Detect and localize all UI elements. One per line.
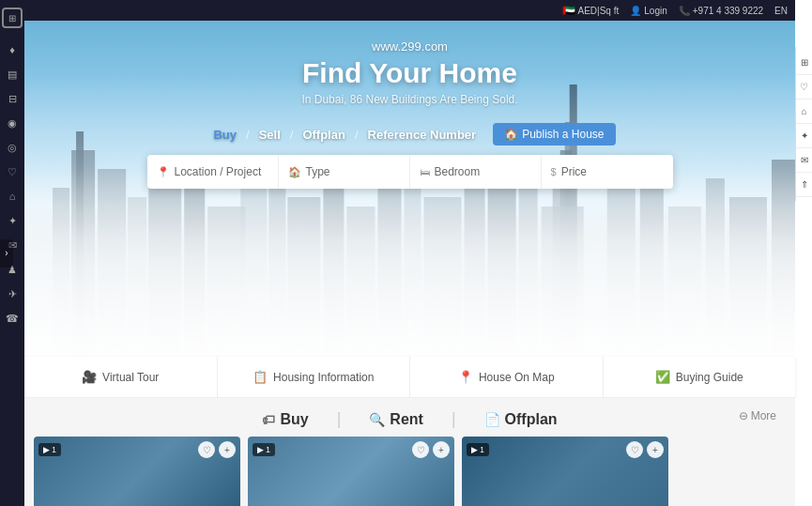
add-button[interactable]: + <box>647 441 664 458</box>
tab-offplan[interactable]: 📄 Offplan <box>484 411 558 428</box>
publish-label: Publish a House <box>522 128 604 141</box>
bedroom-icon: 🛏 <box>420 166 430 177</box>
sidebar-right-icon-home[interactable]: ⌂ <box>796 100 813 124</box>
map-icon: 📍 <box>458 370 473 384</box>
add-button[interactable]: + <box>433 441 450 458</box>
tab-buy[interactable]: 🏷 Buy <box>262 411 308 428</box>
video-count: 1 <box>480 445 484 454</box>
card-actions: ♡ + <box>198 441 236 458</box>
sidebar-icon-location[interactable]: ◎ <box>5 140 20 155</box>
sidebar-right-icon-grid[interactable]: ⊞ <box>796 51 813 75</box>
house-on-map-nav[interactable]: 📍 House On Map <box>410 357 604 397</box>
top-bar: 🇦🇪 AED|Sq ft 👤 Login 📞 +971 4 339 9222 E… <box>24 0 795 21</box>
hero-url: www.299.com <box>372 39 448 54</box>
nav-sell[interactable]: Sell <box>250 124 290 146</box>
nav-reference[interactable]: Reference Number <box>359 124 486 146</box>
buying-guide-nav[interactable]: ✅ Buying Guide <box>604 357 796 397</box>
nav-offplan[interactable]: Offplan <box>293 124 355 146</box>
sidebar-right-icon-heart[interactable]: ♡ <box>796 75 813 100</box>
rent-tab-label: Rent <box>390 411 423 428</box>
more-link[interactable]: ⊖ More <box>739 409 776 422</box>
more-icon: ⊖ <box>739 409 748 422</box>
flag-icon: 🇦🇪 <box>562 5 575 17</box>
video-count: 1 <box>52 445 56 454</box>
card-actions: ♡ + <box>626 441 664 458</box>
left-panel-toggle[interactable]: › <box>0 239 13 268</box>
buy-tab-label: Buy <box>280 411 308 428</box>
rent-tab-icon: 🔍 <box>369 412 385 427</box>
sidebar-right: ⊞ ♡ ⌂ ✦ ✉ ⇑ <box>795 47 812 201</box>
video-badge: ▶ 1 <box>38 443 61 456</box>
sidebar-icon-grid[interactable]: ▤ <box>5 67 20 82</box>
more-label: More <box>751 409 776 422</box>
price-icon: $ <box>551 166 557 177</box>
video-icon: ▶ <box>257 445 264 454</box>
buying-guide-label: Buying Guide <box>676 371 743 384</box>
video-badge: ▶ 1 <box>253 443 275 456</box>
sidebar-icon-phone[interactable]: ☎ <box>5 311 20 326</box>
tab-separator-2: | <box>452 409 456 429</box>
phone-number[interactable]: 📞 +971 4 339 9222 <box>679 6 763 16</box>
phone-label: +971 4 339 9222 <box>693 6 763 16</box>
nav-buy[interactable]: Buy <box>204 124 246 146</box>
sidebar-right-icon-users[interactable]: ✦ <box>796 124 813 148</box>
hero-title: Find Your Home <box>302 57 517 89</box>
phone-icon: 📞 <box>679 6 690 16</box>
property-tabs: 🏷 Buy | 🔍 Rent | 📄 Offplan <box>24 398 795 437</box>
tab-separator-1: | <box>337 409 342 429</box>
hero-subtitle: In Dubai, 86 New Buildings Are Being Sol… <box>301 93 517 106</box>
sidebar-icon-layers[interactable]: ♦ <box>5 42 20 57</box>
virtual-tour-icon: 🎥 <box>82 370 97 384</box>
housing-info-nav[interactable]: 📋 Housing Information <box>218 357 411 397</box>
sidebar-icon-map[interactable]: ✈ <box>5 286 20 301</box>
user-icon: 👤 <box>630 6 641 16</box>
type-placeholder: Type <box>306 165 330 178</box>
publish-house-button[interactable]: 🏠 Publish a House <box>493 123 615 146</box>
buy-tab-icon: 🏷 <box>262 412 275 427</box>
currency-label: AED|Sq ft <box>578 6 620 16</box>
housing-info-icon: 📋 <box>253 370 268 384</box>
property-section: 🏷 Buy | 🔍 Rent | 📄 Offplan ⊖ More <box>24 398 795 506</box>
property-card: ▶ 1 ♡ + <box>34 437 240 506</box>
property-cards: ▶ 1 ♡ + ▶ 1 ♡ + <box>24 437 795 506</box>
virtual-tour-label: Virtual Tour <box>102 371 159 384</box>
video-count: 1 <box>266 445 270 454</box>
house-on-map-label: House On Map <box>479 371 555 384</box>
hero-section: www.299.com Find Your Home In Dubai, 86 … <box>24 21 795 357</box>
search-bar: 📍 Location / Project 🏠 Type 🛏 Bedroom $ … <box>147 155 673 189</box>
tab-rent[interactable]: 🔍 Rent <box>369 411 423 428</box>
card-top-bar: ▶ 1 ♡ + <box>467 441 664 458</box>
sidebar-icon-heart[interactable]: ♡ <box>5 164 20 179</box>
type-icon: 🏠 <box>288 166 301 178</box>
currency-selector[interactable]: 🇦🇪 AED|Sq ft <box>562 5 620 17</box>
offplan-tab-icon: 📄 <box>484 412 500 427</box>
favorite-button[interactable]: ♡ <box>412 441 429 458</box>
price-field[interactable]: $ Price <box>542 155 673 189</box>
housing-info-label: Housing Information <box>273 371 374 384</box>
type-field[interactable]: 🏠 Type <box>279 155 410 189</box>
favorite-button[interactable]: ♡ <box>198 441 215 458</box>
video-icon: ▶ <box>43 445 50 454</box>
virtual-tour-nav[interactable]: 🎥 Virtual Tour <box>24 357 218 397</box>
bottom-nav: 🎥 Virtual Tour 📋 Housing Information 📍 H… <box>24 357 795 398</box>
add-button[interactable]: + <box>219 441 236 458</box>
sidebar-icon-chart[interactable]: ◉ <box>5 115 20 130</box>
sidebar-right-icon-up[interactable]: ⇑ <box>796 173 813 197</box>
sidebar-icon-home[interactable]: ⌂ <box>5 189 20 204</box>
sidebar-icon-star[interactable]: ✦ <box>5 213 20 228</box>
logo[interactable]: ⊞ <box>2 8 23 28</box>
bedroom-field[interactable]: 🛏 Bedroom <box>410 155 542 189</box>
scroll-down-icon[interactable]: ∨ ∨ <box>406 316 415 343</box>
sidebar-icon-list[interactable]: ⊟ <box>5 91 20 106</box>
card-top-bar: ▶ 1 ♡ + <box>253 441 450 458</box>
sidebar-right-icon-chat[interactable]: ✉ <box>796 148 813 173</box>
language-selector[interactable]: EN <box>774 6 788 16</box>
offplan-tab-label: Offplan <box>505 411 558 428</box>
login-button[interactable]: 👤 Login <box>630 6 666 16</box>
favorite-button[interactable]: ♡ <box>626 441 643 458</box>
property-card: ▶ 1 ♡ + <box>462 437 668 506</box>
buying-guide-icon: ✅ <box>655 370 670 384</box>
hero-content: www.299.com Find Your Home In Dubai, 86 … <box>24 39 795 189</box>
location-field[interactable]: 📍 Location / Project <box>147 155 279 189</box>
hero-nav: Buy / Sell / Offplan / Reference Number … <box>204 123 615 146</box>
